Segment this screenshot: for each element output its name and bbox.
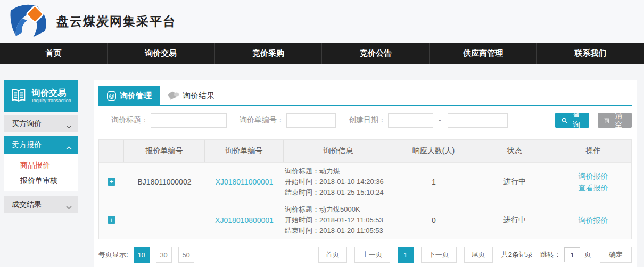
inquiry-info: 询价标题：动力煤5000K 开始时间：2018-01-12 11:05:53 结… bbox=[284, 201, 393, 239]
clear-button-label: 清空 bbox=[612, 111, 625, 130]
inquiry-quote-link[interactable]: 询价报价 bbox=[579, 214, 608, 226]
query-button[interactable]: 查询 bbox=[555, 113, 589, 128]
nav-item-home[interactable]: 首页 bbox=[0, 43, 107, 64]
search-form: 询价标题： 询价单编号： 创建日期： - 查询 清空 bbox=[98, 113, 632, 128]
sidebar-item-buyer-inquiry[interactable]: 买方询价 bbox=[4, 115, 78, 132]
responses-count: 0 bbox=[393, 201, 474, 239]
inquiry-quote-link[interactable]: 询价报价 bbox=[579, 170, 608, 182]
current-page-button[interactable]: 1 bbox=[398, 247, 414, 263]
row-actions: 询价报价 查看报价 bbox=[555, 163, 631, 201]
nav-item-supplier-mgmt[interactable]: 供应商管理 bbox=[429, 43, 536, 64]
prev-page-button[interactable]: 上一页 bbox=[354, 247, 390, 263]
table-row: + XJ018010800001 询价标题：动力煤5000K 开始时间：2018… bbox=[99, 201, 631, 239]
create-date-label: 创建日期： bbox=[349, 115, 386, 125]
clear-button[interactable]: 清空 bbox=[598, 113, 632, 128]
sidebar-title: 询价交易 bbox=[32, 88, 71, 98]
expand-column-header bbox=[99, 140, 124, 162]
total-records: 共2条记录 bbox=[501, 250, 533, 260]
col-status: 状态 bbox=[474, 140, 555, 162]
chevron-down-icon bbox=[66, 203, 72, 206]
first-page-button[interactable]: 首页 bbox=[318, 247, 347, 263]
sidebar-item-label: 买方询价 bbox=[12, 119, 42, 129]
inquiry-title-input[interactable] bbox=[151, 113, 227, 128]
row-actions: 询价报价 bbox=[555, 201, 631, 239]
page-size-50[interactable]: 50 bbox=[178, 247, 194, 263]
nav-item-contact[interactable]: 联系我们 bbox=[536, 43, 644, 64]
inquiry-start-time: 开始时间：2018-01-10 14:20:36 bbox=[285, 177, 384, 187]
search-icon bbox=[562, 117, 567, 124]
submenu-item-quote-review[interactable]: 报价单审核 bbox=[4, 173, 78, 188]
inquiry-title: 询价标题：动力煤 bbox=[285, 166, 340, 177]
col-actions: 操作 bbox=[555, 140, 631, 162]
message-icon: @ bbox=[107, 91, 116, 101]
nav-item-bidding-purchase[interactable]: 竞价采购 bbox=[214, 43, 322, 64]
view-quote-link[interactable]: 查看报价 bbox=[579, 182, 608, 194]
tab-inquiry-results[interactable]: 询价结果 bbox=[160, 86, 222, 105]
sidebar: 询价交易 Inquiry transaction 买方询价 卖方报价 商品报价 … bbox=[4, 80, 78, 213]
sidebar-item-label: 卖方报价 bbox=[12, 140, 42, 150]
inquiry-no-input[interactable] bbox=[286, 113, 336, 128]
main-panel: @ 询价管理 询价结果 询价标题： 询价单编号： 创建日期： - 查询 bbox=[94, 80, 637, 267]
page-title: 盘云煤炭网集采平台 bbox=[56, 13, 176, 30]
trash-icon bbox=[604, 117, 609, 124]
sidebar-item-label: 成交结果 bbox=[12, 200, 42, 210]
date-from-input[interactable] bbox=[388, 113, 433, 128]
col-inquiry-info: 询价信息 bbox=[284, 140, 393, 162]
jump-page-input[interactable] bbox=[564, 247, 580, 262]
sidebar-item-seller-quote[interactable]: 卖方报价 bbox=[4, 136, 78, 154]
page-unit-label: 页 bbox=[584, 250, 591, 260]
inquiry-end-time: 结束时间：2018-01-20 11:05:53 bbox=[285, 226, 383, 236]
table-header-row: 报价单编号 询价单编号 询价信息 响应人数(人) 状态 操作 bbox=[99, 140, 631, 162]
speech-bubbles-icon bbox=[168, 91, 179, 101]
chevron-down-icon bbox=[66, 122, 72, 126]
logo-icon bbox=[6, 3, 52, 40]
inquiry-title: 询价标题：动力煤5000K bbox=[285, 204, 360, 215]
next-page-button[interactable]: 下一页 bbox=[421, 247, 457, 263]
inquiry-no-link[interactable]: XJ018010800001 bbox=[215, 216, 274, 224]
page-size-label: 每页显示: bbox=[98, 250, 128, 260]
chevron-up-icon bbox=[66, 143, 72, 147]
nav-item-inquiry-trade[interactable]: 询价交易 bbox=[107, 43, 214, 64]
inquiry-end-time: 结束时间：2018-01-25 15:10:24 bbox=[285, 187, 384, 198]
quote-no bbox=[124, 201, 205, 239]
col-responses: 响应人数(人) bbox=[393, 140, 474, 162]
tab-label: 询价结果 bbox=[183, 91, 214, 101]
tab-bar: @ 询价管理 询价结果 bbox=[98, 86, 632, 106]
status-text: 进行中 bbox=[474, 201, 555, 239]
responses-count: 1 bbox=[393, 163, 474, 201]
confirm-button[interactable]: 确定 bbox=[600, 247, 632, 263]
top-header: 盘云煤炭网集采平台 bbox=[0, 0, 644, 43]
main-nav: 首页 询价交易 竞价采购 竞价公告 供应商管理 联系我们 bbox=[0, 43, 644, 64]
tab-inquiry-management[interactable]: @ 询价管理 bbox=[98, 86, 160, 105]
query-button-label: 查询 bbox=[570, 111, 583, 130]
jump-label: 跳转： bbox=[540, 250, 561, 260]
date-to-input[interactable] bbox=[448, 113, 508, 128]
page-size-10[interactable]: 10 bbox=[134, 247, 150, 263]
status-text: 进行中 bbox=[474, 163, 555, 201]
table-row: + BJ18011000002 XJ018011000001 询价标题：动力煤 … bbox=[99, 162, 631, 201]
last-page-button[interactable]: 尾页 bbox=[464, 247, 493, 263]
tab-label: 询价管理 bbox=[120, 91, 152, 101]
inquiry-title-label: 询价标题： bbox=[111, 115, 148, 125]
sidebar-header-text: 询价交易 Inquiry transaction bbox=[32, 88, 71, 104]
date-separator: - bbox=[439, 116, 441, 124]
inquiry-info: 询价标题：动力煤 开始时间：2018-01-10 14:20:36 结束时间：2… bbox=[284, 163, 393, 201]
page-size-30[interactable]: 30 bbox=[156, 247, 172, 263]
sidebar-subtitle: Inquiry transaction bbox=[32, 98, 71, 104]
inquiry-start-time: 开始时间：2018-01-12 11:05:53 bbox=[285, 215, 383, 226]
expand-plus-icon[interactable]: + bbox=[108, 178, 115, 186]
col-inquiry-no: 询价单编号 bbox=[205, 140, 284, 162]
sidebar-item-deal-results[interactable]: 成交结果 bbox=[4, 196, 78, 213]
col-quote-no: 报价单编号 bbox=[124, 140, 205, 162]
sidebar-submenu: 商品报价 报价单审核 bbox=[4, 154, 78, 191]
quote-no: BJ18011000002 bbox=[124, 163, 205, 201]
pagination: 每页显示: 10 30 50 首页 上一页 1 下一页 尾页 共2条记录 跳转：… bbox=[98, 247, 632, 263]
quotes-table: 报价单编号 询价单编号 询价信息 响应人数(人) 状态 操作 + BJ18011… bbox=[98, 139, 632, 239]
nav-item-bidding-notice[interactable]: 竞价公告 bbox=[321, 43, 429, 64]
inquiry-no-label: 询价单编号： bbox=[240, 115, 284, 125]
submenu-item-product-quote[interactable]: 商品报价 bbox=[4, 157, 78, 173]
expand-plus-icon[interactable]: + bbox=[108, 216, 115, 224]
sidebar-header: 询价交易 Inquiry transaction bbox=[4, 80, 78, 112]
book-icon bbox=[10, 87, 28, 104]
inquiry-no-link[interactable]: XJ018011000001 bbox=[216, 178, 274, 186]
